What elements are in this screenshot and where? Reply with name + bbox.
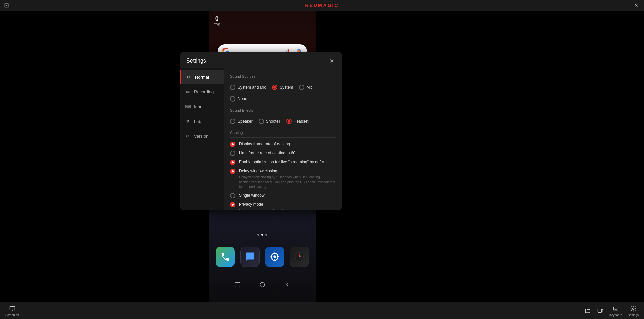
radio-label-shooter: Shooter	[266, 119, 280, 124]
svg-rect-0	[288, 49, 289, 52]
nav-back[interactable]	[283, 281, 291, 289]
radio-shooter[interactable]: Shooter	[259, 119, 280, 124]
radio-circle-speaker	[230, 119, 235, 124]
radio-circle-shooter	[259, 119, 264, 124]
dock-dots	[209, 234, 316, 236]
svg-rect-25	[614, 307, 618, 310]
toggle-limit-fps[interactable]: Limit frame rate of casting to 60	[230, 150, 336, 156]
normal-icon: ⊙	[186, 74, 191, 80]
label-optimize-streaming: Enable optimization for live "streaming"…	[239, 159, 336, 165]
casting-header: Casting	[230, 128, 336, 138]
label-limit-fps: Limit frame rate of casting to 60	[239, 150, 336, 156]
dot-1	[257, 234, 259, 236]
taskbar: Screen on	[0, 302, 644, 319]
check-privacy-mode	[230, 202, 235, 207]
taskbar-record[interactable]	[597, 307, 604, 314]
folder-icon	[584, 307, 591, 314]
svg-point-7	[273, 255, 276, 258]
toggle-single-window[interactable]: Single window	[230, 193, 336, 198]
radio-circle-system-and-mic	[230, 85, 235, 90]
toggle-optimize-streaming[interactable]: Enable optimization for live "streaming"…	[230, 159, 336, 165]
label-single-window: Single window	[239, 193, 336, 198]
settings-nav: ⊙ Normal ▭ Recording ⌨ Input ⚗ Lab ⊙ Ver…	[180, 68, 224, 210]
taskbar-settings[interactable]: Settings	[628, 305, 639, 317]
radio-label-speaker: Speaker	[238, 119, 253, 124]
sound-effects-group: Speaker Shooter Headset	[230, 119, 336, 124]
settings-taskbar-label: Settings	[628, 313, 639, 317]
sound-sources-header: Sound Sources	[230, 72, 336, 81]
nav-item-recording[interactable]: ▭ Recording	[180, 84, 224, 99]
window-controls: — ✕	[613, 0, 644, 11]
titlebar: ⊡ REDMAGIC — ✕	[0, 0, 644, 11]
radio-label-system: System	[280, 85, 293, 90]
svg-rect-20	[10, 306, 15, 310]
nav-square[interactable]	[233, 281, 242, 289]
recording-icon: ▭	[185, 89, 190, 94]
radio-label-none: None	[238, 96, 247, 101]
label-delay-window: Delay window closing	[239, 168, 336, 174]
radio-label-mic: Mic	[306, 85, 313, 90]
taskbar-folder[interactable]	[584, 307, 591, 314]
screen-capture-icon[interactable]: ⊡	[4, 2, 9, 9]
phone-nav-bar	[209, 277, 316, 292]
nav-item-lab[interactable]: ⚗ Lab	[180, 114, 224, 129]
radio-speaker[interactable]: Speaker	[230, 119, 253, 124]
fps-counter: 0 FPS	[214, 15, 220, 27]
radio-none[interactable]: None	[230, 96, 247, 102]
radio-system[interactable]: System	[272, 85, 293, 90]
settings-body: ⊙ Normal ▭ Recording ⌨ Input ⚗ Lab ⊙ Ver…	[180, 68, 342, 210]
radio-headset[interactable]: Headset	[286, 119, 309, 124]
nav-item-normal[interactable]: ⊙ Normal	[180, 70, 224, 84]
radio-circle-headset	[286, 119, 292, 124]
check-delay-window	[230, 169, 235, 174]
nav-circle[interactable]	[258, 281, 266, 289]
taskbar-right: Keyboard Settings	[584, 305, 639, 317]
radio-circle-none	[230, 96, 235, 102]
label-privacy-mode: Privacy mode	[239, 202, 336, 207]
settings-close-button[interactable]: ✕	[328, 57, 336, 65]
studio-app-icon[interactable]	[265, 247, 284, 267]
fps-label: FPS	[214, 23, 220, 27]
nav-label-version: Version	[194, 134, 208, 139]
chat-app-icon[interactable]	[240, 247, 260, 267]
settings-content: Sound Sources System and Mic System Mic …	[224, 68, 342, 210]
svg-point-4	[298, 50, 300, 52]
nav-label-lab: Lab	[194, 119, 201, 124]
minimize-button[interactable]: —	[613, 0, 629, 11]
settings-panel: Settings ✕ ⊙ Normal ▭ Recording ⌨ Input …	[180, 52, 342, 210]
radio-system-and-mic[interactable]: System and Mic	[230, 85, 266, 90]
svg-rect-23	[598, 309, 601, 313]
camera-app-icon[interactable]	[290, 247, 309, 267]
version-icon: ⊙	[185, 133, 190, 139]
check-optimize-streaming	[230, 160, 235, 165]
svg-marker-24	[602, 309, 603, 312]
input-icon: ⌨	[185, 104, 190, 109]
radio-mic[interactable]: Mic	[299, 85, 313, 90]
nav-label-normal: Normal	[195, 75, 209, 80]
screen-on-label: Screen on	[5, 313, 19, 317]
phone-app-icon[interactable]	[216, 247, 235, 267]
taskbar-keyboard[interactable]: Keyboard	[609, 305, 622, 317]
nav-label-recording: Recording	[194, 89, 214, 94]
record-icon	[597, 307, 604, 314]
keyboard-icon	[612, 305, 619, 312]
radio-circle-mic	[299, 85, 304, 90]
toggle-display-fps[interactable]: Display frame rate of casting	[230, 141, 336, 147]
svg-rect-18	[235, 282, 240, 287]
label-display-fps: Display frame rate of casting	[239, 141, 336, 147]
nav-item-input[interactable]: ⌨ Input	[180, 99, 224, 114]
lab-icon: ⚗	[185, 119, 190, 124]
keyboard-label: Keyboard	[609, 313, 622, 317]
screen-on-icon	[9, 305, 16, 312]
desc-privacy-mode: Hide sensitive data while casting	[239, 208, 336, 210]
taskbar-screen-on[interactable]: Screen on	[5, 305, 19, 317]
radio-label-headset: Headset	[294, 119, 309, 124]
nav-item-version[interactable]: ⊙ Version	[180, 129, 224, 144]
app-dock	[209, 247, 316, 267]
close-button[interactable]: ✕	[629, 0, 644, 11]
dot-2	[261, 234, 263, 236]
toggle-delay-window[interactable]: Delay window closing Delay window closin…	[230, 168, 336, 189]
nav-label-input: Input	[194, 104, 204, 109]
toggle-privacy-mode[interactable]: Privacy mode Hide sensitive data while c…	[230, 202, 336, 210]
app-logo: REDMAGIC	[305, 3, 339, 8]
